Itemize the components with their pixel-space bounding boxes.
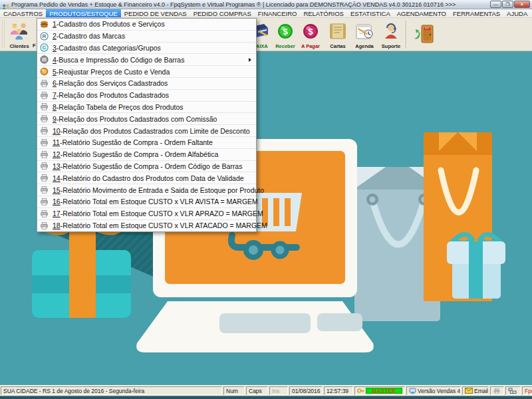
window-bottom-edge bbox=[0, 396, 532, 399]
svg-text:$: $ bbox=[283, 27, 288, 37]
status-panel-text: Ins bbox=[272, 388, 279, 394]
toolbar-button-label: Cartas bbox=[330, 44, 345, 49]
menu-item-label: 14-Relatório do Cadastro dos Produtos co… bbox=[53, 174, 244, 182]
envelope-icon bbox=[465, 388, 473, 394]
menu-item-label: 8-Relação Tabela de Preços dos Produtos bbox=[53, 103, 184, 111]
agenda-icon bbox=[354, 23, 374, 40]
menu-item-label: 13-Relatório Sugestão de Compra - Ordem … bbox=[53, 162, 242, 170]
menu-item-label: 7-Relação dos Produtos Cadastrados bbox=[53, 91, 169, 99]
menubar-item-ajuda[interactable]: AJUDA bbox=[503, 9, 531, 17]
menubar-item-label: FERRAMENTAS bbox=[453, 10, 500, 17]
menu-item-label: 1-Cadastro dos Produtos e Serviços bbox=[53, 20, 165, 28]
menu-item-label: 18-Relatório Total em Estoque CUSTO x VL… bbox=[53, 221, 267, 229]
svg-text:$: $ bbox=[308, 27, 313, 37]
receive-money-icon: $ bbox=[277, 23, 294, 40]
menu-item-10[interactable]: 10-Relação dos Produtos Cadastrados com … bbox=[37, 125, 256, 137]
svg-text:C: C bbox=[43, 45, 47, 51]
menu-item-9[interactable]: 9-Relação dos Produtos Cadastrados com C… bbox=[37, 113, 256, 125]
menubar-item-label: PRODUTOS/ESTOQUE bbox=[49, 10, 118, 17]
printer-icon bbox=[40, 174, 49, 182]
menu-item-7[interactable]: 7-Relação dos Produtos Cadastrados bbox=[37, 90, 256, 102]
menu-item-17[interactable]: 17-Relatório Total em Estoque CUSTO x VL… bbox=[37, 208, 256, 220]
coin-icon bbox=[40, 67, 49, 76]
menubar-item-label: PEDIDO DE VENDAS bbox=[124, 10, 187, 17]
clientes-button[interactable]: Clientes bbox=[5, 19, 33, 50]
suporte-button[interactable]: Suporte bbox=[378, 19, 404, 50]
menu-item-8[interactable]: 8-Relação Tabela de Preços dos Produtos bbox=[37, 102, 256, 114]
menu-item-label: 17-Relatório Total em Estoque CUSTO x VL… bbox=[53, 209, 263, 217]
toolbar-button-label: Agenda bbox=[355, 44, 374, 49]
menubar-item-estatistica[interactable]: ESTATISTICA bbox=[347, 9, 394, 17]
receber-button[interactable]: $Receber bbox=[273, 19, 298, 50]
svg-text:EXIT: EXIT bbox=[425, 27, 430, 30]
menubar-item-pedido-compras[interactable]: PEDIDO COMPRAS bbox=[190, 9, 255, 17]
products-icon bbox=[40, 20, 49, 29]
toolbar-button-label: Clientes bbox=[9, 44, 29, 49]
menu-item-label: 9-Relação dos Produtos Cadastrados com C… bbox=[53, 115, 217, 123]
produtos-estoque-dropdown: 1-Cadastro dos Produtos e ServiçosR2-Cad… bbox=[37, 18, 257, 232]
status-panel-text: Email bbox=[474, 388, 488, 394]
agenda-button[interactable]: Agenda bbox=[351, 19, 378, 50]
menubar-item-ferramentas[interactable]: FERRAMENTAS bbox=[450, 9, 503, 17]
menu-item-label: 10-Relação dos Produtos Cadastrados com … bbox=[53, 127, 250, 135]
menu-item-6[interactable]: 6-Relação dos Serviços Cadastrados bbox=[37, 78, 256, 90]
status-panel-date: 01/08/2016 bbox=[289, 386, 323, 395]
status-panel-email: Email bbox=[462, 386, 489, 395]
printer-status-icon bbox=[493, 388, 501, 394]
status-panel-network bbox=[505, 386, 521, 395]
menu-item-2[interactable]: R2-Cadastro das Marcas bbox=[37, 31, 256, 43]
printer-icon bbox=[40, 162, 49, 170]
status-panel-city: SUA CIDADE - RS 1 de Agosto de 2016 - Se… bbox=[1, 386, 222, 395]
app-window: Programa Pedido de Vendas + Estoque & Fi… bbox=[0, 0, 532, 399]
menu-item-5[interactable]: 5-Reajustar Preços de Custo e Venda bbox=[37, 66, 256, 78]
menubar-item-label: ESTATISTICA bbox=[350, 10, 390, 17]
menu-item-15[interactable]: 15-Relatório Movimento de Entrada e Said… bbox=[37, 184, 256, 196]
printer-icon bbox=[40, 221, 49, 230]
restore-button[interactable]: ❐ bbox=[502, 1, 513, 8]
support-icon bbox=[382, 23, 400, 40]
minimize-button[interactable]: — bbox=[490, 1, 501, 8]
status-panel-printer bbox=[490, 386, 504, 395]
printer-icon bbox=[40, 91, 49, 100]
titlebar: Programa Pedido de Vendas + Estoque & Fi… bbox=[0, 0, 532, 9]
menu-item-16[interactable]: 16-Relatório Total em Estoque CUSTO x VL… bbox=[37, 196, 256, 208]
printer-icon bbox=[40, 79, 49, 88]
menu-item-label: 16-Relatório Total em Estoque CUSTO x VL… bbox=[53, 198, 258, 205]
clients-icon bbox=[9, 22, 30, 41]
menu-item-1[interactable]: 1-Cadastro dos Produtos e Serviços bbox=[37, 19, 256, 31]
menubar-item-label: CADASTROS bbox=[3, 10, 43, 17]
status-panel-text: Caps bbox=[249, 388, 262, 394]
menu-item-12[interactable]: 12-Relatório Sugestão de Compra - Ordem … bbox=[37, 149, 256, 161]
menu-item-18[interactable]: 18-Relatório Total em Estoque CUSTO x VL… bbox=[37, 220, 256, 232]
status-panel-text: 12:57:39 bbox=[327, 388, 348, 394]
menubar-item-agendamento[interactable]: AGENDAMENTO bbox=[394, 9, 450, 17]
menu-item-label: 3-Cadastro das Categorias/Grupos bbox=[53, 44, 161, 52]
menu-item-14[interactable]: 14-Relatório do Cadastro dos Produtos co… bbox=[37, 172, 256, 184]
menu-item-label: 4-Busca e Impressão do Código de Barras bbox=[53, 56, 184, 64]
menu-item-13[interactable]: 13-Relatório Sugestão de Compra - Ordem … bbox=[37, 161, 256, 173]
menubar-item-produtos-estoque[interactable]: PRODUTOS/ESTOQUE bbox=[46, 9, 121, 17]
window-title: Programa Pedido de Vendas + Estoque & Fi… bbox=[11, 1, 456, 8]
toolbar-separator bbox=[406, 21, 407, 49]
printer-icon bbox=[40, 102, 49, 111]
menu-item-11[interactable]: 11-Relatório Sugestão de Compra - Ordem … bbox=[37, 137, 256, 149]
submenu-arrow-icon bbox=[249, 58, 251, 62]
menubar-item-relat-rios[interactable]: RELATÓRIOS bbox=[300, 9, 347, 17]
sair-button[interactable]: EXIT bbox=[410, 19, 439, 50]
menubar-item-label: AGENDAMENTO bbox=[397, 10, 446, 17]
apagar-button[interactable]: $A Pagar bbox=[298, 19, 323, 50]
pay-money-icon: $ bbox=[302, 23, 319, 40]
menubar: CADASTROSPRODUTOS/ESTOQUEPEDIDO DE VENDA… bbox=[0, 9, 532, 18]
menubar-item-financeiro[interactable]: FINANCEIRO bbox=[255, 9, 301, 17]
menu-item-3[interactable]: C3-Cadastro das Categorias/Grupos bbox=[37, 43, 256, 55]
menubar-item-pedido-de-vendas[interactable]: PEDIDO DE VENDAS bbox=[121, 9, 190, 17]
exit-door-icon: EXIT bbox=[413, 24, 436, 44]
cartas-button[interactable]: Cartas bbox=[325, 19, 351, 50]
status-panel-time: 12:57:39 bbox=[324, 386, 353, 395]
registered-icon: R bbox=[40, 32, 49, 41]
close-button[interactable]: ✕ bbox=[514, 1, 530, 8]
menu-item-label: 11-Relatório Sugestão de Compra - Ordem … bbox=[53, 138, 213, 146]
menubar-item-cadastros[interactable]: CADASTROS bbox=[0, 9, 46, 17]
status-panel-version: Versão Vendas 4.0 bbox=[406, 386, 461, 395]
menu-item-4[interactable]: 4-Busca e Impressão do Código de Barras bbox=[37, 54, 256, 66]
